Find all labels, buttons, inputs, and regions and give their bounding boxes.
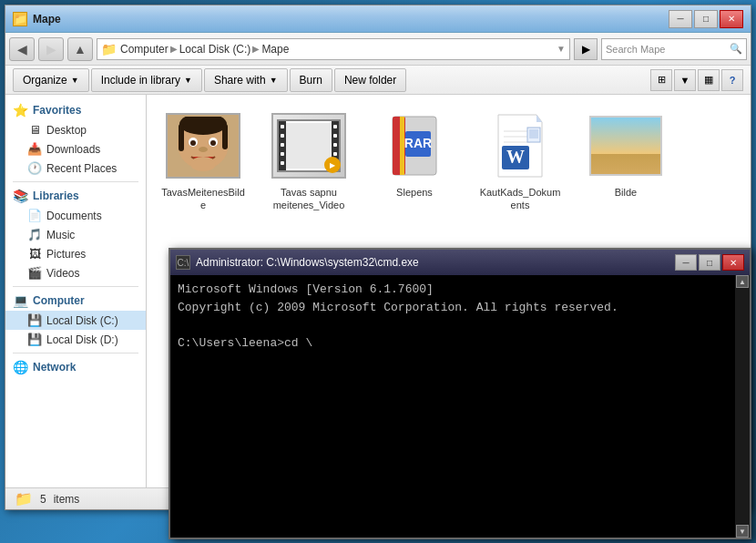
svg-point-9 [199,147,208,152]
window-title: Mape [33,13,669,26]
file-item-video[interactable]: ▶ Tavas sapnu meitenes_Video [263,106,354,216]
breadcrumb: Computer ▶ Local Disk (C:) ▶ Mape [120,43,289,56]
sidebar-item-local-c[interactable]: 💾 Local Disk (C:) [5,311,146,330]
local-d-icon: 💾 [27,333,42,346]
recent-label: Recent Places [46,162,117,175]
sky [591,118,660,154]
svg-rect-16 [281,143,284,147]
share-label: Share with [214,74,266,87]
search-icon[interactable]: 🔍 [730,43,742,55]
sidebar-header-computer[interactable]: 💻 Computer [5,291,146,311]
pictures-label: Pictures [46,248,86,261]
organize-button[interactable]: Organize ▼ [13,68,89,92]
video-icon-container: ▶ [268,109,350,182]
cmd-close-button[interactable]: ✕ [722,254,744,271]
svg-rect-4 [222,124,228,149]
photo-thumbnail [166,113,240,179]
share-arrow: ▼ [270,76,278,85]
cmd-line-1: Microsoft Windows [Version 6.1.7600] [178,281,728,299]
document-icon-container: W [479,109,561,182]
sidebar-item-music[interactable]: 🎵 Music [5,225,146,244]
local-c-icon: 💾 [27,313,42,327]
sidebar-section-computer: 💻 Computer 💾 Local Disk (C:) 💾 Local Dis… [5,291,146,349]
cmd-line-3 [178,316,728,334]
music-label: Music [46,229,75,241]
action-bar: Organize ▼ Include in library ▼ Share wi… [5,66,751,95]
close-button[interactable]: ✕ [720,10,743,28]
cmd-body: Microsoft Windows [Version 6.1.7600] Cop… [170,275,750,538]
new-folder-button[interactable]: New folder [334,68,406,92]
cmd-window: C:\ Administrator: C:\Windows\system32\c… [169,248,751,539]
maximize-button[interactable]: □ [694,10,718,28]
address-dropdown-icon[interactable]: ▼ [557,44,566,54]
file-item-landscape[interactable]: Bilde [580,106,671,216]
go-button[interactable]: ▶ [574,38,598,60]
svg-point-10 [190,157,216,171]
sidebar-item-desktop[interactable]: 🖥 Desktop [5,120,146,139]
sidebar-section-favorites: ⭐ Favorites 🖥 Desktop 📥 Downloads 🕐 Rece… [5,100,146,178]
documents-icon: 📄 [27,209,42,222]
sidebar-item-documents[interactable]: 📄 Documents [5,206,146,225]
svg-point-7 [190,140,196,146]
sidebar-header-network[interactable]: 🌐 Network [5,357,146,377]
word-doc-icon: W [489,111,551,180]
network-icon: 🌐 [13,360,28,374]
svg-rect-17 [281,152,284,156]
documents-label: Documents [46,210,102,222]
burn-label: Burn [300,74,322,87]
window-controls: ─ □ ✕ [669,10,743,28]
divider-3 [13,353,138,353]
organize-label: Organize [23,74,67,87]
cmd-scrollbar: ▲ ▼ [735,275,750,538]
up-button[interactable]: ▲ [67,37,93,61]
winrar-icon: RAR [383,114,446,178]
view-toggle-button[interactable]: ⊞ [650,69,672,91]
search-placeholder: Search Mape [606,44,665,55]
desktop: 📁 Mape ─ □ ✕ ◀ ▶ ▲ 📁 Computer ▶ Local Di… [0,0,756,543]
play-icon: ▶ [324,157,341,173]
help-button[interactable]: ? [721,69,743,91]
recent-icon: 🕐 [27,161,42,175]
address-bar[interactable]: 📁 Computer ▶ Local Disk (C:) ▶ Mape ▼ [97,38,570,60]
cmd-line-2: Copyright (c) 2009 Microsoft Corporation… [178,299,728,317]
breadcrumb-sep2: ▶ [252,44,260,54]
minimize-button[interactable]: ─ [669,10,692,28]
divider-1 [13,181,138,182]
breadcrumb-computer: Computer [120,43,169,56]
cmd-scroll-down[interactable]: ▼ [736,525,749,538]
new-folder-label: New folder [344,74,396,87]
share-with-button[interactable]: Share with ▼ [204,68,288,92]
view-dropdown-button[interactable]: ▼ [674,69,696,91]
cmd-content[interactable]: Microsoft Windows [Version 6.1.7600] Cop… [170,275,735,538]
cmd-scroll-up[interactable]: ▲ [736,275,749,288]
sidebar-item-videos[interactable]: 🎬 Videos [5,263,146,282]
sidebar-header-favorites[interactable]: ⭐ Favorites [5,100,146,120]
file-item-photo[interactable]: TavasMeitenesBilde [158,106,249,216]
cmd-minimize-button[interactable]: ─ [675,254,697,271]
folder-icon: 📁 [13,12,27,26]
include-library-button[interactable]: Include in library ▼ [91,68,202,92]
file-item-archive[interactable]: RAR Slepens [369,106,460,216]
svg-text:W: W [506,147,525,167]
back-button[interactable]: ◀ [9,37,35,61]
sidebar-header-libraries[interactable]: 📚 Libraries [5,186,146,206]
burn-button[interactable]: Burn [290,68,332,92]
sidebar: ⭐ Favorites 🖥 Desktop 📥 Downloads 🕐 Rece… [5,95,147,487]
cmd-icon: C:\ [176,255,190,270]
landscape-label: Bilde [615,186,637,199]
address-folder-icon: 📁 [101,42,117,56]
cmd-maximize-button[interactable]: □ [699,254,720,271]
sidebar-item-recent-places[interactable]: 🕐 Recent Places [5,159,146,178]
sidebar-item-pictures[interactable]: 🖼 Pictures [5,244,146,263]
computer-icon: 💻 [13,293,28,308]
pictures-icon: 🖼 [27,247,42,261]
sidebar-item-local-d[interactable]: 💾 Local Disk (D:) [5,330,146,349]
search-bar[interactable]: Search Mape 🔍 [601,38,747,60]
organize-arrow: ▼ [71,76,79,85]
file-item-document[interactable]: W KautKads_Dokuments [475,106,566,216]
include-library-label: Include in library [101,74,180,87]
music-icon: 🎵 [27,228,42,241]
sidebar-item-downloads[interactable]: 📥 Downloads [5,139,146,159]
preview-pane-button[interactable]: ▦ [698,69,720,91]
forward-button[interactable]: ▶ [38,37,64,61]
